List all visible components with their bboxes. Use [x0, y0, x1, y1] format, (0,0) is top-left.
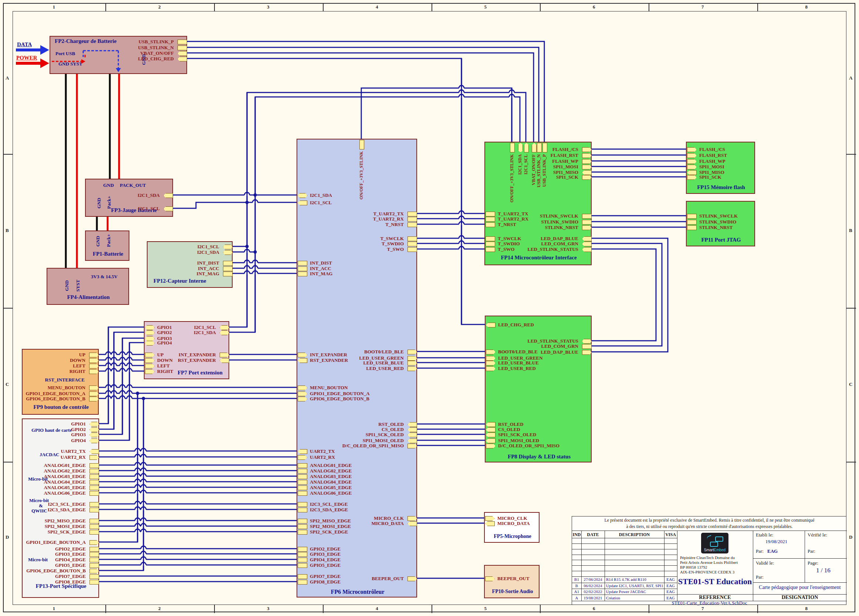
pin-led-dap-blue[interactable]	[582, 350, 592, 355]
pin-on-off-3v3-stlink[interactable]	[510, 143, 515, 152]
pin-led-com-grn[interactable]	[582, 242, 592, 246]
pin-led-user-green[interactable]	[486, 356, 495, 361]
pin-t-swclk[interactable]	[486, 236, 495, 241]
pin-led-user-blue[interactable]	[408, 361, 417, 366]
pin-gpio6-edge-bouton-b[interactable]	[298, 397, 307, 402]
pin-analog01-edge[interactable]	[89, 463, 99, 468]
pin-t-swdio[interactable]	[486, 242, 495, 246]
pin-int-acc[interactable]	[223, 266, 233, 271]
pin-int-acc[interactable]	[298, 266, 307, 271]
pin-gpio3[interactable]	[89, 433, 99, 437]
pin-analog04-edge[interactable]	[89, 480, 99, 485]
pin-gpio6-edge-bouton-b[interactable]	[89, 569, 99, 574]
pin-led-user-blue[interactable]	[486, 361, 495, 366]
block-fp8-display-led[interactable]: FP8 Display & LED statusLED_CHG_REDBOOT0…	[485, 316, 592, 463]
pin-spi2-sck-edge[interactable]	[298, 530, 307, 535]
pin-t-nrst[interactable]	[408, 222, 417, 227]
pin-flash-wp[interactable]	[582, 159, 592, 164]
pin-spi2-miso-edge[interactable]	[298, 519, 307, 524]
pin-left[interactable]	[89, 364, 99, 369]
pin-spi1-mosi-oled[interactable]	[408, 438, 417, 443]
pin-rst-expander[interactable]	[220, 358, 229, 363]
pin-gpio3-edge[interactable]	[89, 552, 99, 557]
pin-analog02-edge[interactable]	[89, 469, 99, 474]
pin-micro-data[interactable]	[485, 521, 495, 526]
pin-gpio6-edge-bouton-b[interactable]	[89, 397, 99, 402]
pin-i2c3-sda-edge[interactable]	[298, 508, 307, 513]
pin-i2c1-sda[interactable]	[518, 143, 523, 152]
pin-analog03-edge[interactable]	[298, 474, 307, 479]
pin-led-stlink-status[interactable]	[582, 247, 592, 252]
pin-flash-rst[interactable]	[582, 153, 592, 158]
pin-spi1-sck-oled[interactable]	[408, 433, 417, 437]
pin-flash-cs[interactable]	[582, 147, 592, 152]
pin-int-dist[interactable]	[223, 261, 233, 266]
pin-t-uart2-rx[interactable]	[486, 217, 495, 222]
pin-led-com-grn[interactable]	[582, 344, 592, 349]
pin-spi1-miso[interactable]	[687, 170, 697, 175]
pin-uart2-tx[interactable]	[298, 449, 307, 454]
pin-led-chg-red[interactable]	[178, 56, 187, 61]
pin-spi2-mosi-edge[interactable]	[298, 524, 307, 529]
pin-int-mag[interactable]	[298, 272, 307, 277]
pin-t-swdio[interactable]	[408, 242, 417, 246]
block-fp9-boutons[interactable]: RST_INTERFACEFP9 bouton de contrôleUPDOW…	[22, 349, 99, 415]
pin-rst-oled[interactable]	[408, 422, 417, 427]
pin-gpio5-edge[interactable]	[298, 563, 307, 568]
pin-i2c1-scl[interactable]	[223, 245, 233, 249]
pin-i2c1-sda[interactable]	[223, 250, 233, 255]
block-fp14-mcu-interface[interactable]: FP14 Microcontrôleur InterfaceON/OFF_+3V…	[484, 142, 592, 265]
pin-i2c1-sda[interactable]	[298, 193, 307, 198]
pin-led-user-red[interactable]	[486, 366, 495, 371]
pin-cs-oled[interactable]	[486, 427, 495, 432]
pin-micro-clk[interactable]	[485, 516, 495, 521]
pin-gpio2-edge[interactable]	[298, 547, 307, 552]
pin-int-expander[interactable]	[220, 353, 229, 357]
pin-analog01-edge[interactable]	[298, 463, 307, 468]
pin-usb-stlink-p[interactable]	[542, 143, 547, 152]
pin-gpio7-edge[interactable]	[89, 574, 99, 579]
pin-stlink-swclk[interactable]	[687, 214, 697, 219]
pin-spi2-miso-edge[interactable]	[89, 519, 99, 524]
pin-gpio4-edge[interactable]	[89, 558, 99, 562]
pin-gpio4[interactable]	[145, 341, 155, 346]
block-fp15-memoire-flash[interactable]: FP15 Mémoire flashFLASH_/CSFLASH_RSTFLAS…	[686, 142, 755, 194]
pin-left[interactable]	[145, 364, 155, 369]
pin-spi2-mosi-edge[interactable]	[89, 524, 99, 529]
pin-boot0-led-ble[interactable]	[408, 350, 417, 355]
pin-up[interactable]	[89, 353, 99, 357]
pin-down[interactable]	[145, 358, 155, 363]
pin-t-swo[interactable]	[486, 247, 495, 252]
pin-led-chg-red[interactable]	[486, 323, 495, 327]
pin-gpio1[interactable]	[89, 422, 99, 427]
pin-t-swo[interactable]	[408, 247, 417, 252]
pin-int-expander[interactable]	[298, 353, 307, 357]
pin-spi1-sck[interactable]	[582, 175, 592, 180]
pin-stlink-swdio[interactable]	[582, 220, 592, 225]
pin-gpio2-edge[interactable]	[89, 547, 99, 552]
pin-t-nrst[interactable]	[486, 222, 495, 227]
pin-spi1-sck-oled[interactable]	[486, 433, 495, 437]
pin-usb-stlink-p[interactable]	[178, 39, 187, 44]
pin-int-dist[interactable]	[298, 261, 307, 266]
pin-spi1-mosi-oled[interactable]	[486, 438, 495, 443]
pin-i2c3-scl-edge[interactable]	[89, 502, 99, 507]
pin-down[interactable]	[89, 358, 99, 363]
pin-d-c-oled-or-spi1-miso[interactable]	[486, 444, 495, 449]
pin-stlink-nrst[interactable]	[582, 225, 592, 230]
pin-gpio1-edge-bouton-a[interactable]	[89, 391, 99, 396]
block-fp1-batterie[interactable]: GNDPack+FP1-Batterie	[85, 230, 130, 261]
pin-stlink-swdio[interactable]	[687, 220, 697, 225]
pin-rst-expander[interactable]	[298, 358, 307, 363]
pin-usb-stlink-n[interactable]	[537, 143, 542, 152]
pin-beeper-out[interactable]	[408, 577, 417, 581]
pin-spi1-miso[interactable]	[582, 170, 592, 175]
pin-gpio1[interactable]	[145, 325, 155, 330]
pin-uart2-rx[interactable]	[89, 455, 99, 460]
pin-t-uart2-tx[interactable]	[408, 212, 417, 216]
pin-uart2-rx[interactable]	[298, 455, 307, 460]
pin-d-c-oled-or-spi1-miso[interactable]	[408, 444, 417, 449]
pin-analog02-edge[interactable]	[298, 469, 307, 474]
block-fp12-capteur[interactable]: FP12-Capteur InterneI2C1_SCLI2C1_SDAINT_…	[147, 241, 233, 288]
pin-analog06-edge[interactable]	[89, 491, 99, 496]
